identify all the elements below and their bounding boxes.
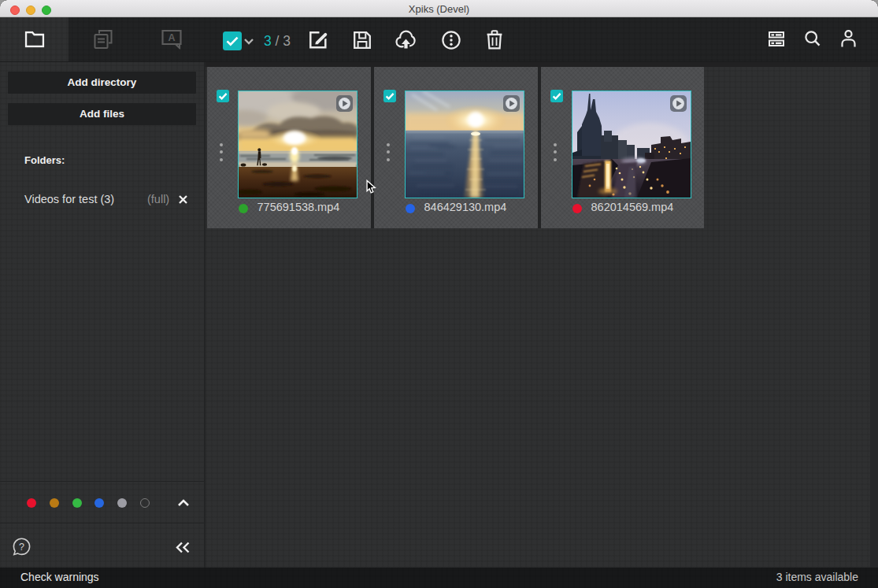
svg-text:?: ?	[19, 542, 24, 553]
svg-text:A: A	[168, 32, 175, 43]
